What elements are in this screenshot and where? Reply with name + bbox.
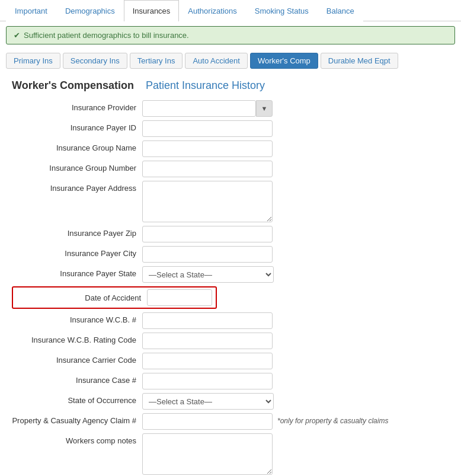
field-insurance-group-number: Insurance Group Number [12, 161, 449, 177]
input-insurance-wcb-rating[interactable] [142, 333, 273, 349]
input-insurance-provider[interactable] [142, 100, 256, 117]
provider-dropdown-arrow[interactable]: ▼ [256, 100, 273, 117]
subtab-secondary[interactable]: Secondary Ins [63, 53, 127, 69]
label-insurance-payer-id: Insurance Payer ID [12, 120, 142, 132]
field-insurance-wcb-rating: Insurance W.C.B. Rating Code [12, 333, 449, 349]
demographics-alert: ✔ Sufficient patient demographics to bil… [6, 26, 455, 44]
label-insurance-payer-state: Insurance Payer State [12, 266, 142, 278]
workers-comp-form: Insurance Provider ▼ Insurance Payer ID … [0, 97, 461, 476]
field-state-of-occurrence: State of Occurrence —Select a State— Ala… [12, 393, 449, 410]
label-insurance-carrier-code: Insurance Carrier Code [12, 353, 142, 365]
subtab-tertiary[interactable]: Tertiary Ins [130, 53, 183, 69]
tab-insurances[interactable]: Insurances [124, 0, 180, 21]
subtab-workers-comp[interactable]: Worker's Comp [250, 53, 318, 69]
label-insurance-payer-zip: Insurance Payer Zip [12, 226, 142, 238]
label-date-of-accident: Date of Accident [17, 293, 147, 302]
input-insurance-group-name[interactable] [142, 140, 273, 157]
input-insurance-case[interactable] [142, 373, 273, 389]
input-insurance-payer-zip[interactable] [142, 226, 273, 242]
section-title-workers-comp: Worker's Compensation [12, 79, 134, 92]
input-insurance-group-number[interactable] [142, 161, 273, 177]
input-insurance-payer-id[interactable] [142, 120, 273, 137]
input-date-of-accident[interactable] [147, 289, 212, 306]
field-property-casualty: Property & Casualty Agency Claim # *only… [12, 413, 449, 430]
alert-text: Sufficient patient demographics to bill … [24, 31, 189, 40]
field-date-of-accident-row: Date of Accident [12, 286, 449, 309]
section-title-patient-history[interactable]: Patient Insurance History [146, 79, 265, 92]
tab-smoking-status[interactable]: Smoking Status [246, 0, 318, 21]
label-insurance-payer-address: Insurance Payer Address [12, 181, 142, 193]
input-insurance-carrier-code[interactable] [142, 353, 273, 369]
label-state-of-occurrence: State of Occurrence [12, 393, 142, 405]
label-property-casualty: Property & Casualty Agency Claim # [12, 413, 142, 425]
field-insurance-payer-address: Insurance Payer Address [12, 181, 449, 222]
check-icon: ✔ [14, 31, 20, 40]
tab-balance[interactable]: Balance [318, 0, 363, 21]
select-insurance-payer-state[interactable]: —Select a State— Alabama Alaska Arizona … [142, 266, 274, 283]
label-insurance-group-number: Insurance Group Number [12, 161, 142, 172]
subtab-durable-med[interactable]: Durable Med Eqpt [321, 53, 398, 69]
field-insurance-payer-state: Insurance Payer State —Select a State— A… [12, 266, 449, 283]
field-insurance-payer-city: Insurance Payer City [12, 246, 449, 263]
field-insurance-payer-zip: Insurance Payer Zip [12, 226, 449, 242]
field-insurance-wcb: Insurance W.C.B. # [12, 312, 449, 329]
label-insurance-wcb: Insurance W.C.B. # [12, 312, 142, 324]
subtab-primary[interactable]: Primary Ins [6, 53, 60, 69]
provider-wrap: ▼ [142, 100, 273, 117]
label-insurance-wcb-rating: Insurance W.C.B. Rating Code [12, 333, 142, 344]
tab-important[interactable]: Important [6, 0, 56, 21]
field-workers-comp-notes: Workers comp notes [12, 433, 449, 475]
field-insurance-carrier-code: Insurance Carrier Code [12, 353, 449, 369]
select-state-of-occurrence[interactable]: —Select a State— Alabama Alaska Arizona … [142, 393, 274, 410]
field-insurance-provider: Insurance Provider ▼ [12, 100, 449, 117]
insurance-sub-tab-bar: Primary Ins Secondary Ins Tertiary Ins A… [0, 49, 461, 72]
subtab-auto-accident[interactable]: Auto Accident [185, 53, 248, 69]
tab-authorizations[interactable]: Authorizations [179, 0, 245, 21]
field-insurance-payer-id: Insurance Payer ID [12, 120, 449, 137]
input-insurance-wcb[interactable] [142, 312, 273, 329]
label-insurance-provider: Insurance Provider [12, 100, 142, 112]
label-insurance-group-name: Insurance Group Name [12, 140, 142, 152]
field-insurance-group-name: Insurance Group Name [12, 140, 449, 157]
field-insurance-case: Insurance Case # [12, 373, 449, 389]
label-insurance-payer-city: Insurance Payer City [12, 246, 142, 258]
label-workers-comp-notes: Workers comp notes [12, 433, 142, 445]
label-insurance-case: Insurance Case # [12, 373, 142, 385]
tab-demographics[interactable]: Demographics [56, 0, 124, 21]
input-workers-comp-notes[interactable] [142, 433, 273, 475]
top-tab-bar: Important Demographics Insurances Author… [0, 0, 461, 21]
input-insurance-payer-city[interactable] [142, 246, 273, 263]
input-property-casualty[interactable] [142, 413, 273, 430]
input-insurance-payer-address[interactable] [142, 181, 273, 222]
property-casualty-note: *only for property & casualty claims [273, 413, 388, 425]
section-header-row: Worker's Compensation Patient Insurance … [0, 72, 461, 97]
